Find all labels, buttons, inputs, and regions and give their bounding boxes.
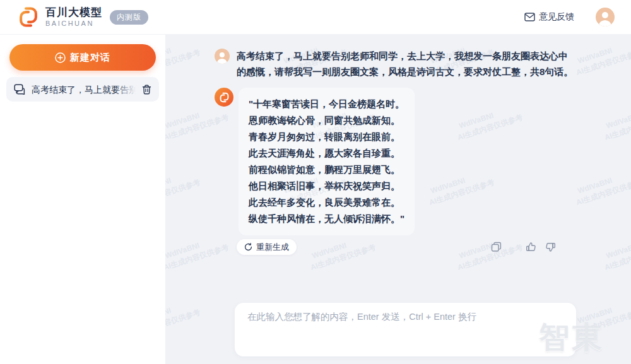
thumbs-up-button[interactable]: [524, 240, 538, 254]
action-icons: [490, 240, 557, 254]
assistant-avatar: [215, 88, 233, 107]
user-message-text: 高考结束了，马上就要告别老师和同学，去上大学，我想发一条朋友圈表达心中的感慨，请…: [237, 48, 574, 79]
poem-line: "十年寒窗苦读日，今日金榜题名时。: [249, 96, 404, 112]
assistant-message-row: "十年寒窗苦读日，今日金榜题名时。恩师教诲铭心骨，同窗共勉成新知。青春岁月匆匆过…: [215, 88, 631, 235]
watermark-tile: WdIVaBNIAI生成内容仅供参考: [576, 296, 631, 336]
user-message-row: 高考结束了，马上就要告别老师和同学，去上大学，我想发一条朋友圈表达心中的感慨，请…: [215, 48, 631, 79]
regenerate-label: 重新生成: [256, 242, 289, 253]
trash-icon[interactable]: [142, 85, 151, 95]
poem-line: 纵使千种风情在，无人倾诉泪满怀。": [249, 211, 404, 227]
baichuan-avatar-icon: [218, 91, 230, 103]
feedback-label: 意见反馈: [539, 11, 574, 23]
app-title: 百川大模型: [45, 7, 102, 19]
copy-icon: [491, 242, 502, 252]
baichuan-logo-icon: [16, 5, 40, 29]
beta-badge: 内测版: [110, 10, 148, 25]
watermark-tile: WdIVaBNIAI生成内容仅供参考: [310, 361, 377, 364]
app-logo: 百川大模型 BAICHUAN: [16, 5, 102, 29]
watermark-tile: WdIVaBNIAI生成内容仅供参考: [604, 361, 631, 364]
app-subtitle: BAICHUAN: [45, 20, 102, 27]
plus-circle-icon: [55, 52, 66, 63]
refresh-icon: [244, 243, 252, 251]
chat-bubbles-icon: [14, 84, 26, 95]
assistant-message-bubble: "十年寒窗苦读日，今日金榜题名时。恩师教诲铭心骨，同窗共勉成新知。青春岁月匆匆过…: [239, 88, 415, 235]
thumbs-up-icon: [526, 242, 536, 252]
feedback-button[interactable]: 意见反馈: [524, 11, 574, 23]
poem-line: 前程似锦皆如意，鹏程万里展翅飞。: [249, 161, 404, 178]
watermark-tile: WdIVaBNIAI生成内容仅供参考: [165, 361, 230, 364]
message-actions-row: 重新生成: [215, 239, 557, 255]
chat-input[interactable]: [247, 311, 563, 348]
watermark-tile: WdIVaBNIAI生成内容仅供参考: [457, 361, 524, 364]
envelope-icon: [524, 13, 535, 21]
poem-line: 青春岁月匆匆过，转眼离别在眼前。: [249, 129, 404, 145]
user-message-avatar: [215, 49, 230, 64]
regenerate-button[interactable]: 重新生成: [237, 239, 297, 255]
poem-line: 此去天涯海角处，愿大家各自珍重。: [249, 145, 404, 161]
conversation-title: 高考结束了，马上就要告别老师和同学: [32, 84, 136, 95]
poem-line: 恩师教诲铭心骨，同窗共勉成新知。: [249, 112, 404, 129]
new-chat-label: 新建对话: [70, 52, 110, 64]
conversation-list-item[interactable]: 高考结束了，马上就要告别老师和同学: [6, 77, 159, 102]
thumbs-down-button[interactable]: [544, 240, 557, 254]
new-chat-button[interactable]: 新建对话: [9, 44, 156, 71]
chat-input-container: [235, 303, 576, 356]
poem-line: 此去经年多变化，良辰美景难常在。: [249, 194, 404, 211]
thumbs-down-icon: [545, 242, 556, 252]
poem-line: 他日相聚话旧事，举杯庆祝笑声归。: [249, 178, 404, 194]
message-list: 高考结束了，马上就要告别老师和同学，去上大学，我想发一条朋友圈表达心中的感慨，请…: [165, 35, 631, 255]
sidebar: 新建对话 高考结束了，马上就要告别老师和同学: [0, 35, 165, 364]
chat-area: 高考结束了，马上就要告别老师和同学，去上大学，我想发一条朋友圈表达心中的感慨，请…: [165, 35, 631, 364]
top-header: 百川大模型 BAICHUAN 内测版 意见反馈: [0, 0, 631, 35]
user-profile-avatar[interactable]: [596, 8, 615, 26]
watermark-tile: WdIVaBNIAI生成内容仅供参考: [165, 296, 202, 336]
copy-button[interactable]: [490, 240, 503, 254]
